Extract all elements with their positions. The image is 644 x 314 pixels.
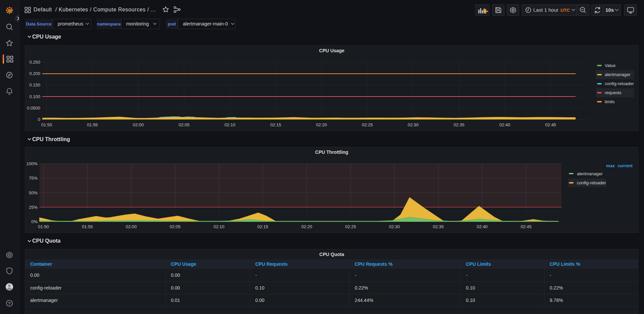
- svg-text:0.00: 0.00: [255, 298, 264, 303]
- svg-text:0.00: 0.00: [171, 272, 180, 278]
- svg-text:alertmanager: alertmanager: [605, 72, 631, 77]
- svg-text:0.22%: 0.22%: [355, 285, 368, 291]
- svg-text:0.10: 0.10: [466, 285, 475, 291]
- svg-text:10s: 10s: [605, 7, 614, 13]
- svg-text:25%: 25%: [29, 205, 38, 210]
- svg-text:?: ?: [8, 301, 10, 306]
- svg-text:02:40: 02:40: [499, 122, 511, 127]
- svg-text:UTC: UTC: [560, 8, 570, 13]
- svg-text:02:15: 02:15: [257, 224, 268, 229]
- svg-text:02:00: 02:00: [126, 224, 137, 229]
- svg-text:02:25: 02:25: [345, 224, 356, 229]
- svg-text:requests: requests: [605, 90, 622, 95]
- svg-text:02:35: 02:35: [453, 122, 465, 127]
- svg-text:-: -: [355, 272, 357, 278]
- svg-text:-: -: [550, 272, 551, 278]
- svg-text:75%: 75%: [29, 176, 38, 181]
- svg-text:02:45: 02:45: [521, 224, 532, 229]
- svg-text:alertmanager: alertmanager: [30, 298, 58, 303]
- svg-text:02:35: 02:35: [433, 224, 444, 229]
- svg-text:0.200: 0.200: [29, 71, 40, 76]
- svg-text:02:10: 02:10: [214, 224, 225, 229]
- svg-text:02:30: 02:30: [389, 224, 400, 229]
- svg-text:0: 0: [38, 117, 40, 122]
- svg-text:config-reloader: config-reloader: [577, 180, 606, 185]
- svg-text:01:55: 01:55: [82, 224, 93, 229]
- svg-text:02:20: 02:20: [316, 122, 327, 127]
- svg-text:100%: 100%: [26, 161, 38, 166]
- svg-text:02:30: 02:30: [408, 122, 419, 127]
- svg-text:-: -: [466, 272, 468, 278]
- svg-text:0.22%: 0.22%: [550, 285, 563, 291]
- svg-text:0.01: 0.01: [171, 298, 180, 303]
- svg-text:02:05: 02:05: [179, 122, 190, 127]
- svg-text:limits: limits: [605, 99, 615, 104]
- svg-text:0.150: 0.150: [29, 82, 40, 87]
- svg-text:0.0500: 0.0500: [27, 105, 40, 110]
- svg-text:0.00: 0.00: [171, 285, 180, 291]
- svg-text:01:50: 01:50: [38, 224, 49, 229]
- svg-text:Default / Kubernetes / Comput: Default / Kubernetes / Compute Resources…: [34, 7, 156, 12]
- svg-text:config-reloader: config-reloader: [605, 81, 634, 86]
- svg-text:Container: Container: [30, 261, 52, 267]
- svg-text:CPU Requests %: CPU Requests %: [355, 261, 393, 267]
- svg-text:CPU Limits %: CPU Limits %: [550, 261, 581, 267]
- svg-text:alertmanager: alertmanager: [577, 171, 603, 176]
- svg-text:02:25: 02:25: [362, 122, 373, 127]
- svg-text:01:50: 01:50: [41, 122, 52, 127]
- svg-text:current: current: [618, 163, 633, 168]
- svg-text:CPU Limits: CPU Limits: [466, 261, 491, 267]
- svg-text:max: max: [606, 163, 615, 168]
- svg-text:0.100: 0.100: [29, 94, 40, 99]
- svg-text:0.00: 0.00: [30, 272, 39, 278]
- svg-text:02:00: 02:00: [133, 122, 144, 127]
- svg-text:9.78%: 9.78%: [550, 298, 563, 303]
- svg-text:02:10: 02:10: [224, 122, 235, 127]
- svg-text:01:55: 01:55: [87, 122, 98, 127]
- svg-text:50%: 50%: [29, 190, 38, 195]
- svg-text:02:20: 02:20: [301, 224, 312, 229]
- svg-text:0.10: 0.10: [255, 285, 264, 291]
- svg-text:02:15: 02:15: [270, 122, 281, 127]
- svg-text:CPU Usage: CPU Usage: [171, 261, 197, 267]
- svg-text:config-reloader: config-reloader: [30, 285, 62, 291]
- svg-text:02:40: 02:40: [477, 224, 488, 229]
- svg-text:244.44%: 244.44%: [355, 298, 373, 303]
- svg-text:0.10: 0.10: [466, 298, 475, 303]
- svg-text:CPU Requests: CPU Requests: [255, 261, 288, 267]
- svg-text:Last 1 hour: Last 1 hour: [533, 7, 558, 13]
- svg-text:02:45: 02:45: [545, 122, 556, 127]
- svg-text:-: -: [255, 272, 257, 278]
- svg-text:0.250: 0.250: [29, 60, 40, 65]
- svg-text:02:05: 02:05: [170, 224, 181, 229]
- svg-text:0%: 0%: [31, 219, 38, 224]
- svg-text:Value: Value: [605, 63, 615, 68]
